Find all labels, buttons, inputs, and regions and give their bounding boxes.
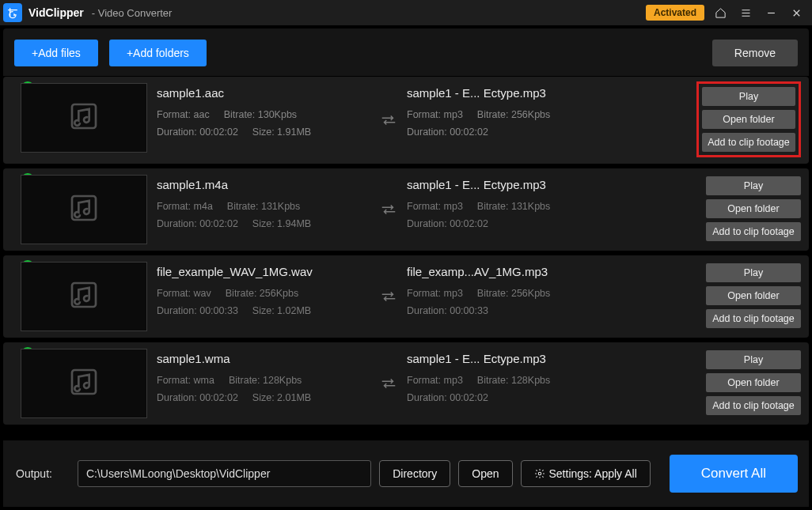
remove-button[interactable]: Remove bbox=[712, 40, 798, 66]
dest-info: file_examp...AV_1MG.mp3 Format: mp3 Bitr… bbox=[407, 262, 589, 316]
source-filename: file_example_WAV_1MG.wav bbox=[157, 265, 370, 278]
source-size: Size: 2.01MB bbox=[252, 392, 311, 403]
source-format: Format: m4a bbox=[157, 201, 213, 212]
music-note-icon bbox=[68, 279, 100, 314]
file-thumbnail bbox=[21, 83, 147, 153]
add-to-clip-button[interactable]: Add to clip footage bbox=[706, 222, 801, 241]
open-folder-button[interactable]: Open folder bbox=[706, 373, 801, 392]
convert-arrow-icon bbox=[377, 203, 400, 216]
activated-badge: Activated bbox=[646, 5, 704, 21]
add-to-clip-button[interactable]: Add to clip footage bbox=[702, 133, 795, 152]
dest-format: Format: mp3 bbox=[407, 288, 463, 299]
settings-label: Settings: Apply All bbox=[549, 467, 637, 480]
dest-bitrate: Bitrate: 131Kpbs bbox=[477, 201, 550, 212]
open-button[interactable]: Open bbox=[458, 460, 512, 487]
menu-button[interactable] bbox=[736, 3, 755, 22]
titlebar: VidClipper - Video Converter Activated bbox=[0, 0, 812, 25]
dest-duration: Duration: 00:02:02 bbox=[407, 218, 488, 229]
open-folder-button[interactable]: Open folder bbox=[706, 286, 801, 305]
convert-arrow-icon bbox=[377, 114, 400, 127]
source-info: sample1.aac Format: aac Bitrate: 130Kpbs… bbox=[157, 83, 370, 138]
footer: Output: Directory Open Settings: Apply A… bbox=[3, 440, 809, 507]
add-folders-button[interactable]: +Add folders bbox=[109, 40, 207, 66]
source-size: Size: 1.94MB bbox=[252, 218, 311, 229]
source-duration: Duration: 00:00:33 bbox=[157, 305, 238, 316]
source-bitrate: Bitrate: 130Kpbs bbox=[224, 109, 297, 120]
source-filename: sample1.wma bbox=[157, 352, 370, 365]
directory-button[interactable]: Directory bbox=[379, 460, 450, 487]
item-actions: Play Open folder Add to clip footage bbox=[706, 349, 801, 415]
dest-info: sample1 - E... Ectype.mp3 Format: mp3 Bi… bbox=[407, 83, 589, 138]
file-list: sample1.aac Format: aac Bitrate: 130Kpbs… bbox=[0, 77, 812, 440]
toolbar: +Add files +Add folders Remove bbox=[3, 28, 809, 77]
music-note-icon bbox=[68, 366, 100, 401]
convert-all-button[interactable]: Convert All bbox=[670, 455, 798, 493]
settings-button[interactable]: Settings: Apply All bbox=[521, 460, 651, 487]
file-item[interactable]: file_example_WAV_1MG.wav Format: wav Bit… bbox=[3, 255, 809, 338]
source-info: sample1.m4a Format: m4a Bitrate: 131Kpbs… bbox=[157, 175, 370, 229]
dest-filename: sample1 - E... Ectype.mp3 bbox=[407, 178, 589, 191]
source-bitrate: Bitrate: 128Kpbs bbox=[229, 375, 302, 386]
music-note-icon bbox=[68, 100, 100, 135]
source-duration: Duration: 00:02:02 bbox=[157, 392, 238, 403]
play-button[interactable]: Play bbox=[706, 263, 801, 282]
app-name: VidClipper bbox=[28, 6, 84, 19]
close-button[interactable] bbox=[787, 3, 806, 22]
play-button[interactable]: Play bbox=[706, 350, 801, 369]
item-actions: Play Open folder Add to clip footage bbox=[706, 262, 801, 328]
play-button[interactable]: Play bbox=[702, 87, 795, 106]
gear-icon bbox=[534, 468, 545, 479]
source-info: sample1.wma Format: wma Bitrate: 128Kpbs… bbox=[157, 349, 370, 403]
source-filename: sample1.m4a bbox=[157, 178, 370, 191]
dest-info: sample1 - E... Ectype.mp3 Format: mp3 Bi… bbox=[407, 349, 589, 403]
add-to-clip-button[interactable]: Add to clip footage bbox=[706, 396, 801, 415]
file-thumbnail bbox=[21, 262, 147, 331]
convert-arrow-icon bbox=[377, 290, 400, 303]
dest-filename: file_examp...AV_1MG.mp3 bbox=[407, 265, 589, 278]
dest-duration: Duration: 00:00:33 bbox=[407, 305, 488, 316]
dest-bitrate: Bitrate: 128Kpbs bbox=[477, 375, 550, 386]
dest-filename: sample1 - E... Ectype.mp3 bbox=[407, 352, 589, 365]
source-duration: Duration: 00:02:02 bbox=[157, 218, 238, 229]
open-folder-button[interactable]: Open folder bbox=[706, 199, 801, 218]
music-note-icon bbox=[68, 192, 100, 227]
source-filename: sample1.aac bbox=[157, 86, 370, 100]
output-path-input[interactable] bbox=[78, 460, 371, 487]
file-thumbnail bbox=[21, 349, 147, 418]
source-format: Format: wma bbox=[157, 375, 214, 386]
source-format: Format: aac bbox=[157, 109, 210, 120]
item-actions: Play Open folder Add to clip footage bbox=[706, 175, 801, 241]
source-bitrate: Bitrate: 256Kpbs bbox=[226, 288, 298, 299]
open-folder-button[interactable]: Open folder bbox=[702, 110, 795, 129]
source-info: file_example_WAV_1MG.wav Format: wav Bit… bbox=[157, 262, 370, 316]
output-label: Output: bbox=[16, 467, 52, 480]
source-size: Size: 1.02MB bbox=[252, 305, 311, 316]
play-button[interactable]: Play bbox=[706, 176, 801, 195]
dest-duration: Duration: 00:02:02 bbox=[407, 127, 488, 138]
file-item[interactable]: sample1.aac Format: aac Bitrate: 130Kpbs… bbox=[3, 77, 809, 164]
add-to-clip-button[interactable]: Add to clip footage bbox=[706, 309, 801, 328]
svg-point-4 bbox=[538, 472, 541, 475]
file-item[interactable]: sample1.wma Format: wma Bitrate: 128Kpbs… bbox=[3, 342, 809, 425]
file-item[interactable]: sample1.m4a Format: m4a Bitrate: 131Kpbs… bbox=[3, 168, 809, 251]
dest-format: Format: mp3 bbox=[407, 201, 463, 212]
app-logo bbox=[3, 3, 22, 22]
dest-format: Format: mp3 bbox=[407, 375, 463, 386]
app-subtitle: - Video Converter bbox=[92, 7, 173, 19]
dest-bitrate: Bitrate: 256Kpbs bbox=[477, 288, 550, 299]
file-thumbnail bbox=[21, 175, 147, 244]
add-files-button[interactable]: +Add files bbox=[14, 40, 98, 66]
dest-format: Format: mp3 bbox=[407, 109, 463, 120]
item-actions: Play Open folder Add to clip footage bbox=[696, 81, 801, 157]
convert-arrow-icon bbox=[377, 377, 400, 390]
dest-filename: sample1 - E... Ectype.mp3 bbox=[407, 86, 589, 100]
source-bitrate: Bitrate: 131Kpbs bbox=[227, 201, 300, 212]
minimize-button[interactable] bbox=[761, 3, 780, 22]
source-format: Format: wav bbox=[157, 288, 211, 299]
dest-bitrate: Bitrate: 256Kpbs bbox=[477, 109, 550, 120]
home-button[interactable] bbox=[711, 3, 730, 22]
source-size: Size: 1.91MB bbox=[252, 127, 311, 138]
source-duration: Duration: 00:02:02 bbox=[157, 127, 238, 138]
dest-duration: Duration: 00:02:02 bbox=[407, 392, 488, 403]
dest-info: sample1 - E... Ectype.mp3 Format: mp3 Bi… bbox=[407, 175, 589, 229]
